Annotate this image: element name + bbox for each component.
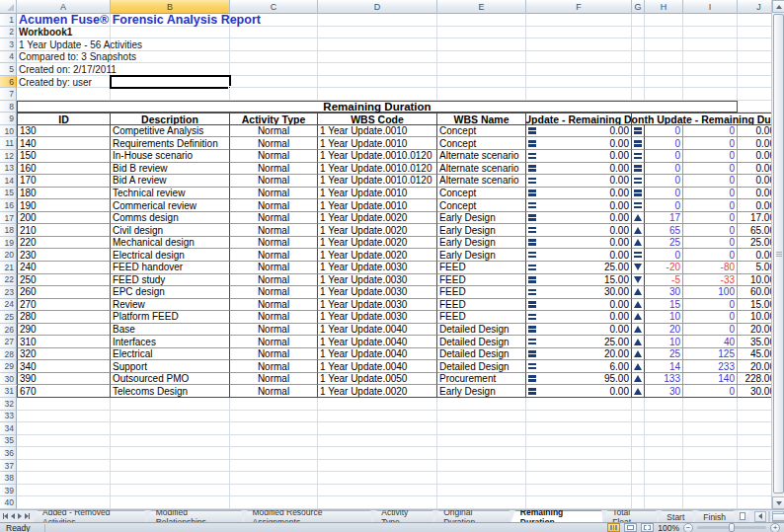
- grid-cell[interactable]: [683, 422, 738, 435]
- cell-wbs-code[interactable]: 1 Year Update.0040: [318, 336, 437, 348]
- cell-delta[interactable]: 10: [645, 311, 683, 324]
- column-header-C[interactable]: C: [230, 0, 318, 14]
- row-header-11[interactable]: 11: [0, 138, 17, 151]
- cell-six-month-trend[interactable]: [632, 262, 645, 274]
- cell-wbs-name[interactable]: Early Design: [437, 385, 526, 398]
- grid-cell[interactable]: [230, 88, 318, 101]
- cell-delta[interactable]: 0: [645, 175, 683, 188]
- row-header-1[interactable]: 1: [0, 14, 17, 27]
- grid-cell[interactable]: [526, 88, 632, 101]
- grid-cell[interactable]: [645, 76, 683, 89]
- cell-id[interactable]: 170: [17, 175, 111, 188]
- row-header-2[interactable]: 2: [0, 27, 17, 39]
- grid-cell[interactable]: [230, 63, 318, 76]
- grid-cell[interactable]: [318, 38, 437, 51]
- header-description[interactable]: Description: [111, 113, 230, 125]
- row-header-14[interactable]: 14: [0, 175, 17, 188]
- grid-cell[interactable]: [526, 472, 632, 485]
- grid-cell[interactable]: [437, 63, 526, 76]
- cell-wbs-name[interactable]: Concept: [437, 137, 526, 150]
- grid-cell[interactable]: [645, 38, 683, 51]
- cell-description[interactable]: Civil design: [111, 224, 230, 237]
- cell-activity-type[interactable]: Normal: [230, 324, 318, 337]
- grid-cell[interactable]: [318, 460, 437, 473]
- cell-id[interactable]: 230: [17, 249, 111, 262]
- sheet-tab-added-removed-activities[interactable]: Added - Removed Activities: [34, 510, 146, 522]
- grid-cell[interactable]: [230, 422, 318, 435]
- grid-cell[interactable]: [683, 38, 738, 51]
- cell-activity-type[interactable]: Normal: [230, 348, 318, 361]
- grid-cell[interactable]: [17, 472, 111, 485]
- hscroll-thumb[interactable]: [772, 513, 784, 521]
- zoom-slider-track[interactable]: [697, 526, 766, 529]
- cell-year-update-value[interactable]: 0.00: [526, 237, 632, 250]
- cell-activity-type[interactable]: Normal: [230, 188, 318, 200]
- report-title-cell[interactable]: Acumen Fuse® Forensic Analysis Report: [19, 14, 261, 27]
- row-header-19[interactable]: 19: [0, 237, 17, 250]
- page-layout-view-button[interactable]: [624, 523, 637, 532]
- cell-wbs-name[interactable]: Early Design: [437, 249, 526, 262]
- cell-delta-percent[interactable]: 0: [683, 199, 738, 212]
- row-header-4[interactable]: 4: [0, 51, 17, 64]
- cell-delta-percent[interactable]: 125: [683, 348, 738, 361]
- created-by-cell[interactable]: Created by: user: [19, 76, 92, 89]
- cell-wbs-code[interactable]: 1 Year Update.0010: [318, 125, 437, 138]
- cell-wbs-code[interactable]: 1 Year Update.0020: [318, 249, 437, 262]
- cell-six-month-trend[interactable]: [632, 324, 645, 337]
- cell-delta-percent[interactable]: 0: [683, 175, 738, 188]
- cell-six-month-trend[interactable]: [632, 311, 645, 324]
- cell-description[interactable]: Requirements Definition: [111, 137, 230, 150]
- grid-cell[interactable]: [230, 460, 318, 473]
- cell-delta[interactable]: 30: [645, 385, 683, 398]
- cell-id[interactable]: 160: [17, 163, 111, 176]
- grid-cell[interactable]: [683, 51, 738, 64]
- cell-activity-type[interactable]: Normal: [230, 212, 318, 225]
- grid-cell[interactable]: [111, 496, 230, 509]
- row-header-6[interactable]: 6: [0, 76, 17, 89]
- cell-description[interactable]: Electrical design: [111, 249, 230, 262]
- cell-wbs-name[interactable]: Alternate scenario: [437, 150, 526, 163]
- cell-wbs-code[interactable]: 1 Year Update.0030: [318, 274, 437, 287]
- cell-delta[interactable]: 0: [645, 150, 683, 163]
- grid-cell[interactable]: [632, 496, 645, 509]
- cell-delta[interactable]: 25: [645, 237, 683, 250]
- grid-cell[interactable]: [526, 51, 632, 64]
- cell-wbs-code[interactable]: 1 Year Update.0010: [318, 199, 437, 212]
- grid-cell[interactable]: [17, 485, 111, 497]
- row-header-20[interactable]: 20: [0, 249, 17, 262]
- grid-cell[interactable]: [683, 435, 738, 448]
- row-header-29[interactable]: 29: [0, 360, 17, 373]
- sheet-tab-activity-type[interactable]: Activity Type: [372, 510, 433, 522]
- grid-cell[interactable]: [683, 485, 738, 497]
- grid-cell[interactable]: [230, 398, 318, 411]
- cell-description[interactable]: Review: [111, 299, 230, 312]
- cell-activity-type[interactable]: Normal: [230, 373, 318, 386]
- cell-delta[interactable]: 0: [645, 188, 683, 200]
- grid-cell[interactable]: [111, 435, 230, 448]
- cell-id[interactable]: 320: [17, 348, 111, 361]
- cell-delta-percent[interactable]: 0: [683, 212, 738, 225]
- grid-cell[interactable]: [632, 447, 645, 460]
- grid-cell[interactable]: [645, 460, 683, 473]
- cell-year-update-value[interactable]: 0.00: [526, 249, 632, 262]
- row-header-25[interactable]: 25: [0, 311, 17, 324]
- sheet-tab-start[interactable]: Start: [658, 510, 693, 522]
- cell-delta-percent[interactable]: 100: [683, 286, 738, 299]
- grid-cell[interactable]: [437, 435, 526, 448]
- grid-cell[interactable]: [645, 51, 683, 64]
- row-header-3[interactable]: 3: [0, 38, 17, 51]
- grid-cell[interactable]: [437, 14, 526, 27]
- grid-cell[interactable]: [632, 485, 645, 497]
- cell-description[interactable]: Electrical: [111, 348, 230, 361]
- grid-cell[interactable]: [318, 76, 437, 89]
- grid-cell[interactable]: [437, 51, 526, 64]
- cell-delta[interactable]: 133: [645, 373, 683, 386]
- cell-id[interactable]: 130: [17, 125, 111, 138]
- grid-cell[interactable]: [437, 27, 526, 39]
- cell-six-month-trend[interactable]: [632, 237, 645, 250]
- grid-cell[interactable]: [683, 496, 738, 509]
- cell-year-update-value[interactable]: 20.00: [526, 348, 632, 361]
- grid-cell[interactable]: [645, 411, 683, 423]
- row-header-9[interactable]: 9: [0, 113, 17, 125]
- cell-six-month-trend[interactable]: [632, 299, 645, 312]
